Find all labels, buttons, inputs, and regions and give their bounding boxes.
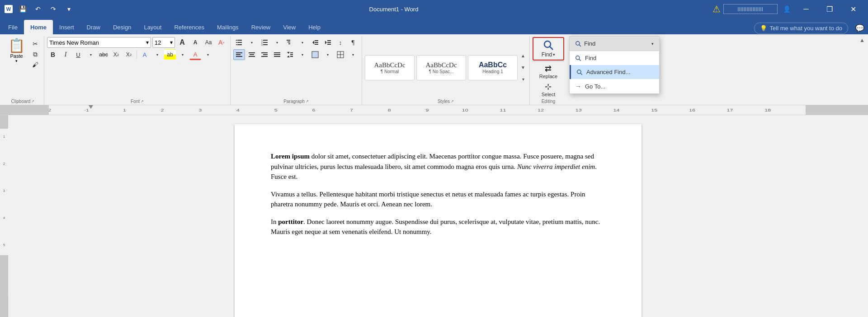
styles-expand-icon[interactable]: ↗ <box>451 99 454 103</box>
tab-layout[interactable]: Layout <box>137 20 168 34</box>
font-color-button[interactable]: A <box>189 49 201 60</box>
svg-rect-24 <box>236 54 241 55</box>
style-nospace[interactable]: AaBbCcDc ¶ No Spac... <box>416 55 466 80</box>
style-normal-preview: AaBbCcDc <box>374 61 405 69</box>
numbering-dropdown[interactable]: ▾ <box>271 37 283 48</box>
bullets-dropdown[interactable]: ▾ <box>246 37 258 48</box>
svg-text:9: 9 <box>426 107 429 112</box>
paragraph-expand-icon[interactable]: ↗ <box>306 99 309 103</box>
close-button[interactable]: ✕ <box>843 2 863 16</box>
clipboard-expand-icon[interactable]: ↗ <box>31 99 34 103</box>
clipboard-small-buttons: ✂ ⧉ 🖌 <box>29 39 41 70</box>
align-left-button[interactable] <box>233 49 245 60</box>
tab-mailings[interactable]: Mailings <box>211 20 245 34</box>
align-right-button[interactable] <box>259 49 270 60</box>
tab-help[interactable]: Help <box>302 20 327 34</box>
redo-button[interactable]: ↷ <box>47 3 60 15</box>
dropdown-item-advanced-find[interactable]: Advanced Find... <box>570 65 659 79</box>
tab-insert[interactable]: Insert <box>53 20 80 34</box>
tell-me-input[interactable]: 💡 Tell me what you want to do <box>754 23 848 34</box>
tab-file[interactable]: File <box>2 20 24 34</box>
indent-marker[interactable] <box>89 105 93 109</box>
highlight-button[interactable]: ab <box>164 49 176 60</box>
show-marks-button[interactable]: ¶ <box>347 37 359 48</box>
clipboard-group: 📋 Paste ▾ ✂ ⧉ 🖌 Clipboard ↗ <box>2 36 44 105</box>
superscript-button[interactable]: X2 <box>123 49 135 60</box>
multilevel-dropdown[interactable]: ▾ <box>297 37 308 48</box>
svg-text:4: 4 <box>3 216 5 220</box>
font-size-selector[interactable]: 12 ▾ <box>152 37 175 48</box>
tab-draw[interactable]: Draw <box>80 20 107 34</box>
shading-dropdown[interactable]: ▾ <box>322 49 334 60</box>
paragraph-label: Paragraph ↗ <box>233 98 359 104</box>
paste-button[interactable]: 📋 Paste ▾ <box>5 37 28 65</box>
undo-button[interactable]: ↶ <box>32 3 44 15</box>
justify-button[interactable] <box>271 49 283 60</box>
highlight-dropdown[interactable]: ▾ <box>177 49 189 60</box>
format-painter-button[interactable]: 🖌 <box>29 60 41 70</box>
style-normal[interactable]: AaBbCcDc ¶ Normal <box>365 55 415 80</box>
copy-button[interactable]: ⧉ <box>29 49 41 59</box>
find-dropdown-arrow[interactable]: ▾ <box>553 52 555 57</box>
numbering-button[interactable]: 1.2.3. <box>259 37 270 48</box>
font-name-selector[interactable]: Times New Roman ▾ <box>47 37 151 48</box>
dropdown-item-goto[interactable]: → Go To... <box>570 79 659 93</box>
subscript-button[interactable]: X2 <box>110 49 122 60</box>
restore-button[interactable]: ❐ <box>819 2 840 16</box>
find-button[interactable]: Find ▾ <box>533 37 564 61</box>
underline-button[interactable]: U <box>72 49 84 60</box>
tab-view[interactable]: View <box>277 20 302 34</box>
svg-text:·2: ·2 <box>49 107 51 112</box>
font-selectors: Times New Roman ▾ 12 ▾ A A Aa A× B I U <box>47 37 227 60</box>
text-effects-button[interactable]: A <box>139 49 151 60</box>
select-button[interactable]: ⊹ Select <box>540 81 557 98</box>
minimize-button[interactable]: ─ <box>796 2 816 16</box>
strikethrough-button[interactable]: abc <box>98 49 109 60</box>
shading-button[interactable] <box>309 49 321 60</box>
tab-design[interactable]: Design <box>107 20 137 34</box>
sort-button[interactable]: ↕ <box>335 37 346 48</box>
borders-button[interactable] <box>335 49 346 60</box>
tab-home[interactable]: Home <box>24 20 53 34</box>
font-color-dropdown[interactable]: ▾ <box>202 49 214 60</box>
tab-references[interactable]: References <box>168 20 210 34</box>
font-group: Times New Roman ▾ 12 ▾ A A Aa A× B I U <box>44 36 231 105</box>
borders-dropdown[interactable]: ▾ <box>347 49 359 60</box>
replace-button[interactable]: ⇄ Replace <box>538 63 559 80</box>
bold-button[interactable]: B <box>47 49 59 60</box>
styles-scroll-down[interactable]: ▼ <box>519 64 527 72</box>
underline-dropdown[interactable]: ▾ <box>85 49 97 60</box>
styles-scroll-up[interactable]: ▲ <box>519 52 527 60</box>
italic-button[interactable]: I <box>60 49 71 60</box>
multilevel-button[interactable] <box>284 37 296 48</box>
find-dropdown-find-row[interactable]: Find ▾ <box>570 37 659 51</box>
ribbon-collapse-button[interactable]: ▲ <box>857 35 867 45</box>
change-case-button[interactable]: Aa <box>203 37 214 48</box>
svg-text:5: 5 <box>3 243 5 247</box>
font-grow-button[interactable]: A <box>176 37 188 48</box>
tab-review[interactable]: Review <box>245 20 277 34</box>
align-center-button[interactable] <box>246 49 258 60</box>
font-shrink-button[interactable]: A <box>189 37 201 48</box>
bullets-button[interactable] <box>233 37 245 48</box>
profile-button[interactable]: 👤 <box>780 3 793 15</box>
ruler-left-side <box>0 105 8 115</box>
svg-line-47 <box>579 44 581 46</box>
customize-qat-button[interactable]: ▾ <box>62 3 75 15</box>
font-expand-icon[interactable]: ↗ <box>141 99 144 103</box>
dropdown-item-find[interactable]: Find <box>570 51 659 65</box>
svg-rect-12 <box>287 40 290 41</box>
clear-formatting-button[interactable]: A× <box>216 37 227 48</box>
increase-indent-button[interactable] <box>322 37 334 48</box>
svg-text:18: 18 <box>764 107 771 112</box>
share-button[interactable]: 💬 <box>854 22 866 34</box>
line-spacing-button[interactable] <box>284 49 296 60</box>
styles-more[interactable]: ▾ <box>519 75 527 84</box>
font-size-dropdown-arrow: ▾ <box>170 39 173 46</box>
cut-button[interactable]: ✂ <box>29 39 41 49</box>
decrease-indent-button[interactable] <box>309 37 321 48</box>
line-spacing-dropdown[interactable]: ▾ <box>297 49 308 60</box>
style-heading1[interactable]: AaBbCc Heading 1 <box>468 55 518 80</box>
text-effects-dropdown[interactable]: ▾ <box>151 49 163 60</box>
save-button[interactable]: 💾 <box>16 3 29 15</box>
